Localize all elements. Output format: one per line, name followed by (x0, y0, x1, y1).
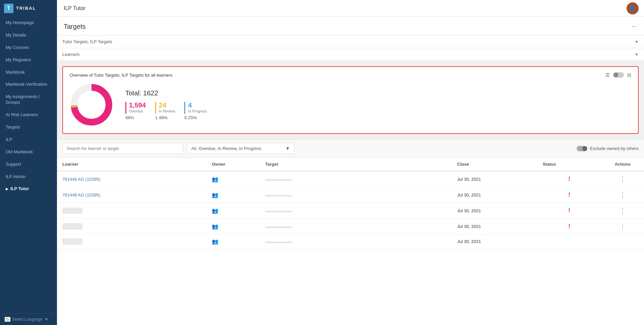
col-header-actions: Actions (601, 158, 644, 171)
page-header: Targets ← (57, 17, 644, 35)
stat-overdue: 1,594 Overdue 98% (125, 102, 146, 120)
status-overdue-icon: ! (568, 176, 570, 182)
toggle-track[interactable] (613, 72, 624, 78)
col-header-owner: Owner (206, 158, 260, 171)
target-text (265, 242, 292, 243)
sidebar-item-ilp-tutor[interactable]: ▶ ILP Tutor (0, 183, 57, 195)
learner-blurred (62, 208, 82, 214)
status-select[interactable]: All, Overdue, In Review, In Progress ▼ (187, 143, 294, 154)
table-container: Learner Owner Target Close Status Action… (57, 158, 644, 325)
progress-label: In Progress (188, 109, 207, 113)
actions-menu-button[interactable]: ⋮ (620, 223, 626, 230)
sidebar-item-markbook-verification[interactable]: Markbook Verification (0, 78, 57, 91)
review-label: In Review (159, 109, 175, 113)
sidebar-item-my-assignments-groups[interactable]: My Assignments / Groups (0, 91, 57, 109)
logo-icon: T (4, 4, 13, 13)
sidebar-item-targets[interactable]: Targets (0, 121, 57, 134)
stats-area: Total: 1622 1,594 Overdue (125, 89, 207, 120)
menu-lines-icon[interactable]: ☰ (605, 72, 610, 78)
status-select-value: All, Overdue, In Review, In Progress (191, 146, 261, 151)
overview-card: Overview of Tutor Targets, ILP Targets f… (62, 66, 639, 134)
overview-section: Overview of Tutor Targets, ILP Targets f… (57, 61, 644, 139)
review-number: 24 (159, 102, 175, 108)
toggle-thumb (614, 73, 618, 77)
target-text (265, 195, 292, 196)
overview-toggle[interactable] (613, 72, 624, 78)
overview-header: Overview of Tutor Targets, ILP Targets f… (70, 72, 631, 78)
learner-link[interactable]: 761448 AG (10395) (62, 177, 100, 182)
learners-caret-icon: ▼ (635, 52, 639, 57)
overdue-label: Overdue (129, 109, 146, 113)
status-overdue-icon: ! (568, 191, 570, 198)
owner-icon: 👥 (212, 208, 218, 214)
exclude-owned-toggle[interactable]: Exclude owned by others (577, 146, 639, 151)
donut-svg (70, 83, 113, 127)
progress-number: 4 (188, 102, 207, 108)
sidebar-item-my-homepage[interactable]: My Homepage (0, 17, 57, 29)
table-row: 👥 Jul 30, 2021 (57, 234, 644, 249)
sidebar-item-support[interactable]: Support (0, 158, 57, 171)
donut-chart (70, 83, 113, 127)
sidebar-item-markbook[interactable]: Markbook (0, 66, 57, 79)
exclude-toggle-track[interactable] (577, 146, 587, 151)
overview-title: Overview of Tutor Targets, ILP Targets f… (70, 73, 172, 78)
overdue-number: 1,594 (129, 102, 146, 108)
sidebar-item-at-risk-learners[interactable]: At Risk Learners (0, 109, 57, 121)
stat-in-progress: 4 In Progress 0.25% (184, 102, 207, 120)
sidebar-item-my-details[interactable]: My Details (0, 29, 57, 42)
target-text (265, 227, 292, 228)
back-button[interactable]: ← (631, 23, 637, 30)
sidebar-item-ilp-admin[interactable]: ILP Admin (0, 171, 57, 183)
stat-in-review: 24 In Review 1.48% (155, 102, 175, 120)
layout: My Homepage My Details My Courses My Reg… (0, 17, 644, 325)
sidebar-footer-language[interactable]: G Select Language ▼ (0, 313, 57, 325)
table-header-row: Learner Owner Target Close Status Action… (57, 158, 644, 171)
status-overdue-icon: ! (568, 207, 570, 214)
col-header-learner: Learner (57, 158, 206, 171)
sidebar-item-ilp-tutor-label: ILP Tutor (10, 186, 29, 192)
target-type-caret-icon: ▼ (635, 39, 639, 44)
close-date: Jul 30, 2021 (452, 171, 537, 187)
sidebar-item-ilp[interactable]: ILP (0, 134, 57, 146)
sidebar: My Homepage My Details My Courses My Reg… (0, 17, 57, 325)
learner-blurred (62, 223, 82, 230)
actions-menu-button[interactable]: ⋮ (620, 207, 626, 214)
target-type-dropdown[interactable]: Tutor Targets, ILP Targets ▼ (57, 35, 644, 48)
sidebar-item-my-registers[interactable]: My Registers (0, 54, 57, 66)
owner-icon: 👥 (212, 192, 218, 198)
col-header-target: Target (260, 158, 452, 171)
review-pct: 1.48% (155, 115, 175, 120)
table-row: 👥 Jul 30, 2021 ! ⋮ (57, 219, 644, 234)
close-date: Jul 30, 2021 (452, 187, 537, 203)
exclude-toggle-thumb (582, 146, 587, 151)
brand-name: TRIBAL (16, 6, 36, 11)
total-label: Total: 1622 (125, 89, 207, 97)
overview-body: Total: 1622 1,594 Overdue (70, 83, 631, 127)
overdue-pct: 98% (125, 115, 146, 120)
sidebar-item-my-courses[interactable]: My Courses (0, 42, 57, 54)
actions-menu-button[interactable]: ⋮ (620, 176, 626, 182)
close-date: Jul 30, 2021 (452, 203, 537, 219)
actions-menu-button[interactable]: ⋮ (620, 191, 626, 198)
select-language-label: Select Language (12, 317, 43, 322)
learners-value: Learners (62, 52, 79, 57)
learner-blurred (62, 238, 82, 245)
overview-icons: ☰ ⊟ (605, 72, 631, 78)
search-input[interactable] (62, 143, 183, 154)
owner-icon: 👥 (212, 239, 218, 244)
close-date: Jul 30, 2021 (452, 219, 537, 234)
learners-dropdown[interactable]: Learners ▼ (57, 48, 644, 61)
learner-link[interactable]: 761448 AG (10395) (62, 192, 100, 197)
table-row: 👥 Jul 30, 2021 ! ⋮ (57, 203, 644, 219)
table-row: 761448 AG (10395) 👥 Jul 30, 2021 ! ⋮ (57, 171, 644, 187)
filter-icon[interactable]: ⊟ (627, 72, 631, 78)
owner-icon: 👥 (212, 176, 218, 182)
dropdowns-row: Tutor Targets, ILP Targets ▼ Learners ▼ (57, 35, 644, 61)
filter-row: All, Overdue, In Review, In Progress ▼ E… (57, 139, 644, 158)
active-arrow-icon: ▶ (6, 187, 8, 191)
avatar[interactable]: 👤 (627, 2, 639, 14)
data-table: Learner Owner Target Close Status Action… (57, 158, 644, 249)
sidebar-item-old-markbook[interactable]: Old Markbook (0, 146, 57, 158)
app-title: ILP Tutor (57, 5, 627, 11)
target-text (265, 211, 292, 212)
